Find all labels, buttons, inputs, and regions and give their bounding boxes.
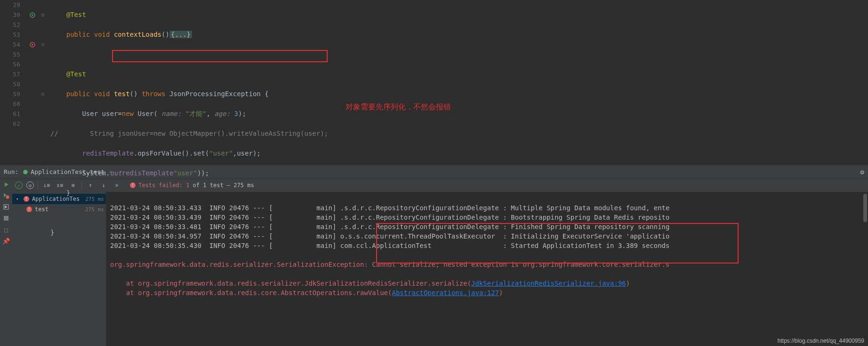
- run-label: Run:: [4, 168, 18, 175]
- layout-icon[interactable]: ⬚: [2, 226, 10, 233]
- line-number-gutter: 29 30 52 53 54 55 56 57 58 59 60 61 62: [0, 0, 26, 165]
- run-failed-test-icon[interactable]: [26, 40, 39, 49]
- stacktrace-link[interactable]: AbstractOperations.java:127: [392, 289, 499, 297]
- error-badge-icon: !: [26, 206, 32, 212]
- annotation-text: 对象需要先序列化，不然会报错: [346, 102, 451, 112]
- run-side-toolbar: ⬚ 📌: [0, 179, 12, 346]
- pin-icon[interactable]: 📌: [2, 237, 10, 245]
- run-test-icon[interactable]: [26, 10, 39, 20]
- rerun-failed-icon[interactable]: [2, 192, 10, 199]
- run-tool-window: Run: ApplicationTest.test ✕ ⚙ ⬚ 📌 ✓ ⊘ ↓≡…: [0, 165, 868, 346]
- fold-icon[interactable]: ⊟: [39, 89, 47, 99]
- show-passed-icon[interactable]: ✓: [15, 181, 23, 189]
- folded-code-icon[interactable]: {...}: [169, 31, 192, 38]
- scrollbar-thumb[interactable]: [863, 194, 867, 222]
- stop-icon[interactable]: [2, 214, 10, 222]
- code-editor[interactable]: 29 30 52 53 54 55 56 57 58 59 60 61 62 ⊞…: [0, 0, 868, 165]
- error-badge-icon: !: [24, 196, 29, 202]
- stacktrace-link[interactable]: JdkSerializationRedisSerializer.java:96: [471, 280, 626, 287]
- rerun-icon[interactable]: [2, 181, 10, 188]
- fold-column: ⊞ ⊟ ⊟: [39, 0, 47, 165]
- sort-icon[interactable]: ↓≡: [42, 181, 51, 190]
- gutter-icons: [26, 0, 39, 165]
- test-config-icon: [23, 170, 28, 174]
- fold-icon[interactable]: ⊟: [39, 40, 47, 49]
- chevron-down-icon[interactable]: ▾: [16, 197, 21, 201]
- fold-icon[interactable]: ⊞: [39, 10, 47, 20]
- show-ignored-icon[interactable]: ⊘: [26, 181, 34, 189]
- svg-rect-4: [4, 216, 8, 221]
- toggle-auto-test-icon[interactable]: [2, 203, 10, 211]
- watermark: https://blog.csdn.net/qq_44900959: [778, 338, 864, 344]
- code-content[interactable]: @Test public void contextLoads(){...} @T…: [47, 0, 868, 165]
- svg-point-2: [6, 196, 9, 199]
- console-output[interactable]: 2021-03-24 08:50:33.433 INFO 20476 --- […: [106, 192, 868, 346]
